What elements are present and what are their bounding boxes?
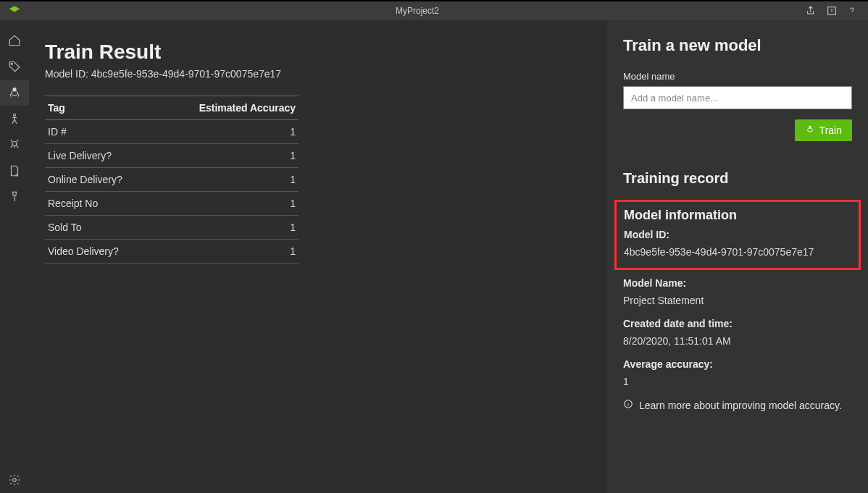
main-content: Train Result Model ID: 4bc9e5fe-953e-49d…: [29, 20, 607, 493]
model-info-highlight: Model information Model ID: 4bc9e5fe-953…: [614, 200, 861, 270]
svg-marker-0: [10, 7, 19, 12]
nav-tags[interactable]: [0, 54, 29, 80]
svg-point-11: [809, 125, 811, 128]
svg-point-12: [807, 128, 812, 132]
model-name-value: Project Statement: [623, 295, 852, 306]
nav-settings[interactable]: [0, 467, 29, 493]
svg-point-10: [13, 479, 17, 482]
col-header-accuracy: Estimated Accuracy: [157, 96, 299, 120]
col-header-tag: Tag: [45, 96, 157, 120]
svg-point-5: [11, 63, 12, 64]
window-title: MyProject2: [29, 6, 806, 16]
nav-document[interactable]: [0, 158, 29, 184]
nav-analyze[interactable]: [0, 132, 29, 158]
table-row: Sold To1: [45, 216, 299, 240]
model-info-heading: Model information: [624, 208, 851, 223]
top-bar: MyProject2: [0, 0, 868, 20]
model-id-value: 4bc9e5fe-953e-49d4-9701-97c0075e7e17: [624, 246, 851, 258]
model-name-label: Model name: [623, 71, 852, 82]
table-row: Video Delivery?1: [45, 240, 299, 264]
nav-train[interactable]: [0, 80, 29, 106]
nav-home[interactable]: [0, 28, 29, 54]
model-name-input[interactable]: [623, 86, 852, 109]
learn-more-link[interactable]: Learn more about improving model accurac…: [623, 399, 852, 411]
training-record-heading: Training record: [623, 170, 852, 187]
model-id-line: Model ID: 4bc9e5fe-953e-49d4-9701-97c007…: [45, 68, 591, 80]
tags-table: Tag Estimated Accuracy ID #1 Live Delive…: [45, 96, 299, 264]
model-name-key: Model Name:: [623, 277, 852, 289]
help-icon[interactable]: [846, 5, 858, 17]
feedback-icon[interactable]: [826, 5, 838, 17]
svg-point-8: [14, 114, 16, 116]
right-panel: Train a new model Model name Train Train…: [607, 20, 868, 493]
avg-accuracy-key: Average accuracy:: [623, 358, 852, 370]
train-icon: [805, 125, 815, 137]
info-icon: [623, 399, 633, 411]
nav-compose[interactable]: [0, 106, 29, 132]
app-logo: [0, 5, 29, 17]
created-key: Created date and time:: [623, 318, 852, 329]
learn-more-text: Learn more about improving model accurac…: [639, 400, 842, 411]
svg-point-9: [12, 142, 17, 146]
model-id-key: Model ID:: [624, 229, 851, 240]
nav-connect[interactable]: [0, 184, 29, 210]
table-row: Online Delivery?1: [45, 168, 299, 192]
table-row: ID #1: [45, 120, 299, 144]
svg-point-7: [12, 91, 18, 96]
svg-point-6: [13, 88, 17, 91]
table-row: Live Delivery?1: [45, 144, 299, 168]
train-new-heading: Train a new model: [623, 36, 852, 55]
train-button[interactable]: Train: [795, 119, 852, 141]
page-title: Train Result: [45, 41, 591, 64]
table-row: Receipt No1: [45, 192, 299, 216]
avg-accuracy-value: 1: [623, 376, 852, 387]
left-sidebar: [0, 20, 29, 493]
created-value: 8/20/2020, 11:51:01 AM: [623, 335, 852, 347]
share-icon[interactable]: [806, 5, 817, 17]
train-button-label: Train: [819, 125, 842, 136]
